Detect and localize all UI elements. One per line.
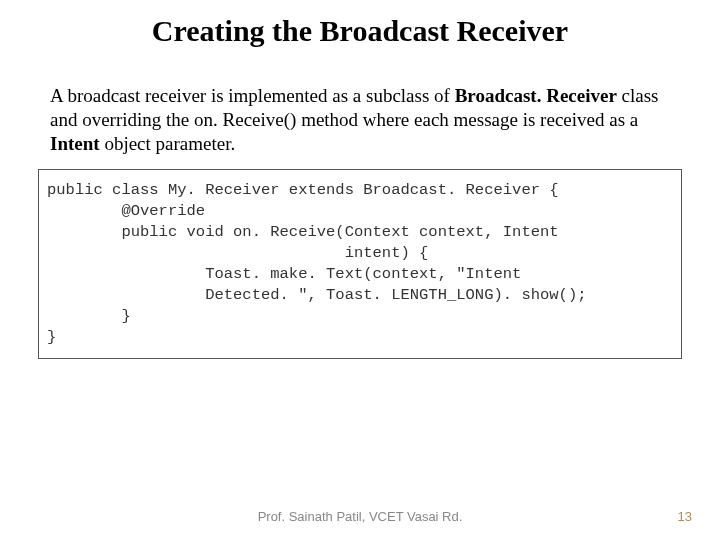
para-bold-2: Intent xyxy=(50,133,100,154)
para-text-3: object parameter. xyxy=(100,133,236,154)
body-paragraph: A broadcast receiver is implemented as a… xyxy=(50,84,670,155)
footer-credit: Prof. Sainath Patil, VCET Vasai Rd. xyxy=(0,509,720,524)
code-block: public class My. Receiver extends Broadc… xyxy=(38,169,682,358)
para-text-1: A broadcast receiver is implemented as a… xyxy=(50,85,455,106)
para-bold-1: Broadcast. Receiver xyxy=(455,85,617,106)
slide-title: Creating the Broadcast Receiver xyxy=(0,14,720,48)
footer-page-number: 13 xyxy=(678,509,692,524)
